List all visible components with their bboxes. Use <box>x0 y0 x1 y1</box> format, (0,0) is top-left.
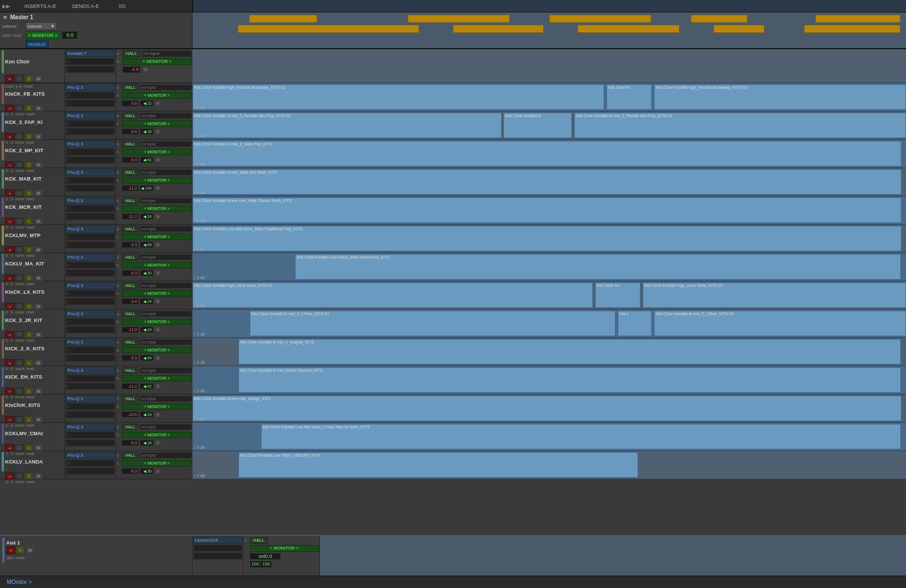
waveform-clip-10[interactable]: Kits Choir Kontakt hi mid_Edwin Honoret_… <box>238 367 901 393</box>
track-row-0: KtsCK_FB_KITS ● I S M ⊙ ⊙ wave read Pro-… <box>0 83 193 111</box>
vol-display: 0.0 <box>62 31 78 39</box>
monitor-status: MOnitor > <box>7 579 32 585</box>
track-row-11: KtsChrK_KITS ● I S M ⊙ ⊙ wave read Pro-Q… <box>0 394 193 423</box>
waveform-clip-7[interactable]: Kits Choir Kontakt high_Lena Xena_KITS-0… <box>643 282 906 308</box>
btn-input[interactable]: I <box>15 75 24 83</box>
track-expand-icon[interactable]: ▼ <box>2 15 8 20</box>
waveform-track-9: Kits Choir Kontakt hi mid_2_Keighty_KITS… <box>193 338 906 366</box>
track-row-13: KCKLV_LANDA ● I S M ⊙ ⊙ wave read Pro-Q … <box>0 451 193 479</box>
waveform-clip-8[interactable]: Kits t <box>618 311 652 336</box>
col-sends-label: SENDS A-E <box>66 3 105 9</box>
aux-monitor[interactable]: + MONITOR > <box>250 545 319 552</box>
btn-rec[interactable]: ● <box>5 75 14 83</box>
waveform-clip-3[interactable]: Kits Choir Kontakt hi mid_Male Afro Beat… <box>193 169 901 195</box>
track-name-12: KCKLMV_CMAI <box>5 431 43 436</box>
waveform-track-13: Kits Choir Kontakt Low Voice_LANDAO_KITS… <box>193 451 906 479</box>
waveform-clip-8[interactable]: Kits Choir Kontakt hi mid_3_J Rice_KITS-… <box>250 311 616 336</box>
track-name-7: KtsCK_LX_KITS <box>5 289 45 295</box>
waveform-clip-8[interactable]: Kits Choir Kontakt hi mid_3_J Rice_KITS-… <box>654 311 906 336</box>
waveform-clip-7[interactable]: Kits Choir Ko <box>595 282 641 308</box>
track-row-12: KCKLMV_CMAI ● I S M ⊙ ⊙ wave read Pro-Q … <box>0 423 193 451</box>
waveform-clip-0[interactable]: Kits Choir Ki <box>606 84 652 110</box>
waveform-clip-12[interactable]: Kits Choir Kontakt Low Mid Voice_Conan M… <box>261 424 901 449</box>
waveform-clip-0[interactable]: Kits Choir Kontakt high_Female Broadway_… <box>193 84 604 110</box>
waveform-track-1: Kits Choir Kontakt hi mid_3_Female Afro … <box>193 111 906 140</box>
track-row-kon-choir: Kon Choir ● I S M note p p read <box>0 49 193 83</box>
waveform-clip-1[interactable]: Kits Choir Kontakt hi <box>503 113 572 138</box>
right-waveform-area: #right-scroll::-webkit-scrollbar{width:1… <box>193 49 906 535</box>
db-label-10: ↕ 0 dB <box>194 389 205 393</box>
monitor-btn-b[interactable]: + MONITOR > <box>122 58 192 65</box>
waveform-track-11: Kits Choir Kontakt drone note_bilinge_KI… <box>193 394 906 423</box>
insert-b: b <box>66 58 115 65</box>
aux-btn-mute[interactable]: M <box>25 546 35 554</box>
waveform-track-10: Kits Choir Kontakt hi mid_Edwin Honoret_… <box>193 366 906 394</box>
waveform-clip-1[interactable]: Kits Choir Kontakt hi mid_3_Female Afro … <box>193 113 502 138</box>
track-row-10: KtCK_EH_KITS ● I S M ⊙ ⊙ wave read Pro-Q… <box>0 366 193 394</box>
aux-plugin[interactable]: Lexicon224 <box>193 537 242 544</box>
monitor-button[interactable]: + MONITOR > <box>25 31 60 39</box>
column-headers: ▶▶ INSERTS A-E SENDS A-E I/O <box>0 0 906 12</box>
track-name-9: KtCK_2_K_KITS <box>5 346 45 351</box>
db-label-7: ↕ 0 dB <box>194 304 205 308</box>
waveform-clip-9[interactable]: Kits Choir Kontakt hi mid_2_Keighty_KITS <box>238 339 901 364</box>
track-name-4: KCK_MCR_KIT <box>5 204 42 210</box>
track-name-3: KCK_MAB_KIT <box>5 176 42 182</box>
aux-track: Aux 1 ● S M dyn read Lexicon224 <box>0 535 906 576</box>
db-label-9: ↕ 0 dB <box>194 360 205 364</box>
track-row-8: KCK_3_JR_KIT ● I S M ⊙ ⊙ wave read Pro-Q… <box>0 310 193 338</box>
left-track-list: #left-scroll::-webkit-scrollbar{width:0;… <box>0 49 193 535</box>
db-label-5: ↕ 0 dB <box>194 247 205 251</box>
waveform-clip-5[interactable]: Kits Choir Kontakt Low Mid Voice_Male Tr… <box>193 226 901 251</box>
waveform-track-5: Kits Choir Kontakt Low Mid Voice_Male Tr… <box>193 225 906 253</box>
vol-neg-c: -2.6 <box>122 66 140 73</box>
track-row-9: KtCK_2_K_KITS ● I S M ⊙ ⊙ wave read Pro-… <box>0 338 193 366</box>
hall-btn[interactable]: HALL <box>122 50 140 57</box>
db-label-0: ↕ 0 dB <box>194 106 205 110</box>
aux-timeline <box>320 536 906 576</box>
auto-label: auto read <box>2 33 24 38</box>
waveform-track-12: Kits Choir Kontakt Low Mid Voice_Conan M… <box>193 423 906 451</box>
aux-btn-solo[interactable]: S <box>16 546 25 554</box>
track-row-2: KCK_2_MP_KIT ● I S M ⊙ ⊙ wave read Pro-Q… <box>0 140 193 168</box>
track-name-0: KtsCK_FB_KITS <box>5 91 45 97</box>
logo: ▶▶ <box>2 3 10 9</box>
waveform-clip-1[interactable]: Kits Choir Kontakt hi mid_3_Female Afro … <box>574 113 906 138</box>
waveform-track-3: Kits Choir Kontakt hi mid_Male Afro Beat… <box>193 168 906 196</box>
waveform-clip-13[interactable]: Kits Choir Kontakt Low Voice_LANDAO_KITS <box>238 452 639 478</box>
plus-btn[interactable]: + <box>142 66 149 73</box>
mixbus-button[interactable]: MIXBUS <box>25 40 49 48</box>
no-input[interactable]: no input <box>142 50 192 57</box>
track-name-2: KCK_2_MP_KIT <box>5 148 44 153</box>
track-color-aux <box>2 538 5 563</box>
waveform-track-2: Kits Choir Kontakt hi mid_2_Male Pop_KIT… <box>193 140 906 168</box>
waveform-clip-6[interactable]: Kits Choir Kontakt Low Voice_Male Americ… <box>295 254 901 280</box>
db-label-8: ↕ 0 dB <box>194 332 205 336</box>
waveform-track-7: Kits Choir Kontakt high_Lena Xena_KITS-0… <box>193 281 906 310</box>
volume-dropdown[interactable]: volume▼ <box>25 22 57 30</box>
waveform-clip-2[interactable]: Kits Choir Kontakt hi mid_2_Male Pop_KIT… <box>193 141 901 166</box>
db-label-13: ↕ 0 dB <box>194 474 205 478</box>
waveform-clip-7[interactable]: Kits Choir Kontakt high_Lena Xena_KITS-0… <box>193 282 593 308</box>
track-row-6: KCKLV_MA_KIT ● I S M ⊙ ⊙ wave read Pro-Q… <box>0 253 193 281</box>
btn-solo[interactable]: S <box>24 75 33 83</box>
aux-btn-rec[interactable]: ● <box>6 546 15 554</box>
app-container: ▶▶ INSERTS A-E SENDS A-E I/O ▼ Master 1 … <box>0 0 906 588</box>
track-name-10: KtCK_EH_KITS <box>5 374 42 380</box>
track-row-1: KCK_3_FAP_KI ● I S M ⊙ ⊙ wave read Pro-Q… <box>0 111 193 140</box>
track-name-5: KCKLMV_MTP <box>5 233 41 238</box>
track-name-8: KCK_3_JR_KIT <box>5 317 42 323</box>
btn-mute[interactable]: M <box>34 75 43 83</box>
db-label-6: ↕ 0 dB <box>194 276 205 280</box>
track-row-3: KCK_MAB_KIT ● I S M ⊙ ⊙ wave read Pro-Q … <box>0 168 193 196</box>
waveform-clip-4[interactable]: Kits Choir Kontakt drone note_Male Class… <box>193 198 901 223</box>
waveform-clip-11[interactable]: Kits Choir Kontakt drone note_bilinge_KI… <box>193 396 901 421</box>
track-color-bar <box>2 50 4 73</box>
waveform-clip-0[interactable]: Kits Choir Kontakt high_Female Broadway_… <box>654 84 906 110</box>
db-label-1: ↕ 0 dB <box>194 134 205 138</box>
db-label-4: ↕ 0 dB <box>194 219 205 223</box>
master-track: ▼ Master 1 volume volume▼ auto read + MO… <box>0 12 906 49</box>
waveform-track-kon <box>193 49 906 83</box>
track-row-4: KCK_MCR_KIT ● I S M ⊙ ⊙ wave read Pro-Q … <box>0 196 193 225</box>
insert-kontakt[interactable]: Kontakt 7 <box>66 50 115 57</box>
